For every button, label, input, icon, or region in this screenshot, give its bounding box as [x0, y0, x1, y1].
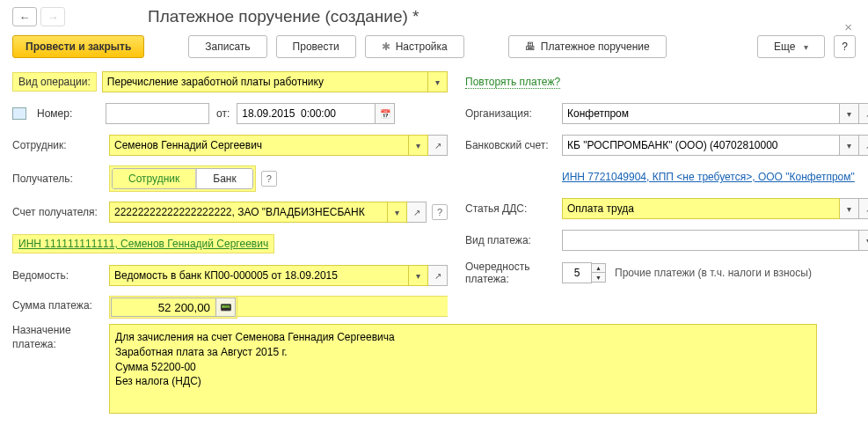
recipient-label: Получатель:: [12, 173, 109, 185]
save-button[interactable]: Записать: [188, 35, 266, 58]
chevron-down-icon: [416, 140, 420, 151]
employee-inn-link[interactable]: ИНН 111111111111, Семенов Геннадий Серге…: [18, 238, 268, 251]
org-label: Организация:: [465, 107, 562, 120]
from-label: от:: [216, 107, 230, 120]
chevron-down-icon: [435, 77, 440, 87]
recip-account-dropdown-button[interactable]: [388, 202, 407, 223]
statement-label: Ведомость:: [12, 269, 109, 282]
org-dropdown-button[interactable]: [840, 103, 859, 124]
recip-account-input[interactable]: [109, 202, 388, 223]
statement-input[interactable]: [109, 265, 409, 286]
number-label: Номер:: [37, 107, 106, 120]
employee-dropdown-button[interactable]: [409, 135, 428, 156]
purpose-textarea[interactable]: [109, 324, 817, 414]
operation-label: Вид операции:: [18, 76, 91, 88]
close-icon[interactable]: ×: [844, 19, 852, 34]
toolbar: Провести и закрыть Записать Провести Нас…: [12, 35, 856, 58]
post-button[interactable]: Провести: [276, 35, 356, 58]
recipient-help-button[interactable]: ?: [261, 171, 277, 187]
dds-open-button[interactable]: [859, 198, 868, 219]
amount-input[interactable]: [111, 297, 216, 317]
gear-icon: [382, 40, 390, 53]
post-and-close-button[interactable]: Провести и закрыть: [12, 35, 144, 58]
queue-spin-up[interactable]: ▲: [592, 263, 606, 273]
amount-label: Сумма платежа:: [12, 296, 109, 319]
bank-acc-open-button[interactable]: [859, 135, 868, 156]
queue-note: Прочие платежи (в т.ч. налоги и взносы): [615, 267, 812, 279]
open-icon: [865, 108, 869, 119]
chevron-down-icon: [800, 40, 808, 53]
chevron-down-icon: [395, 207, 399, 217]
page-title: Платежное поручение (создание) *: [148, 7, 419, 26]
bank-acc-input[interactable]: [562, 135, 840, 156]
calculator-button[interactable]: 📟: [216, 297, 236, 317]
more-button[interactable]: Еще: [757, 35, 825, 58]
purpose-label: Назначение платежа:: [12, 324, 109, 351]
operation-dropdown-button[interactable]: [428, 71, 448, 92]
date-input[interactable]: [237, 103, 376, 124]
open-icon: [434, 140, 441, 151]
amount-highlight-bar: [237, 296, 448, 317]
nav-forward-button[interactable]: →: [40, 7, 65, 26]
queue-spinner: ▲ ▼: [592, 263, 606, 283]
calendar-icon: [380, 108, 390, 119]
chevron-down-icon: [416, 270, 420, 281]
org-input[interactable]: [562, 103, 840, 124]
queue-input[interactable]: [562, 262, 592, 283]
document-icon: [12, 107, 26, 120]
chevron-down-icon: [847, 108, 851, 119]
bank-acc-dropdown-button[interactable]: [840, 135, 859, 156]
counterparty-link[interactable]: ИНН 7721049904, КПП <не требуется>, ООО …: [562, 171, 855, 183]
open-icon: [865, 203, 869, 214]
queue-label: Очередность платежа:: [465, 261, 562, 286]
open-icon: [413, 207, 420, 217]
employee-open-button[interactable]: [428, 135, 448, 156]
print-icon: [525, 40, 536, 53]
chevron-down-icon: [847, 203, 851, 214]
print-button[interactable]: Платежное поручение: [508, 35, 667, 58]
statement-dropdown-button[interactable]: [409, 265, 428, 286]
queue-spin-down[interactable]: ▼: [592, 273, 606, 283]
chevron-down-icon: [847, 140, 851, 151]
recip-account-help-button[interactable]: ?: [432, 204, 448, 220]
employee-label: Сотрудник:: [12, 139, 109, 151]
dds-label: Статья ДДС:: [465, 202, 562, 215]
open-icon: [865, 140, 869, 151]
repeat-payment-link[interactable]: Повторять платеж?: [465, 76, 560, 89]
dds-dropdown-button[interactable]: [840, 198, 859, 219]
org-open-button[interactable]: [859, 103, 868, 124]
statement-open-button[interactable]: [428, 265, 448, 286]
dds-input[interactable]: [562, 198, 840, 219]
recip-account-open-button[interactable]: [407, 202, 427, 223]
operation-select[interactable]: [102, 71, 428, 92]
nav-back-button[interactable]: ←: [12, 7, 37, 26]
recip-account-label: Счет получателя:: [12, 206, 109, 218]
settings-button[interactable]: Настройка: [365, 35, 464, 58]
employee-input[interactable]: [109, 135, 409, 156]
bank-acc-label: Банковский счет:: [465, 139, 562, 151]
recipient-toggle-bank[interactable]: Банк: [196, 169, 252, 188]
recipient-toggle: Сотрудник Банк: [112, 168, 253, 189]
recipient-toggle-employee[interactable]: Сотрудник: [113, 169, 196, 188]
help-button[interactable]: ?: [834, 35, 856, 58]
date-picker-button[interactable]: [376, 103, 395, 124]
number-input[interactable]: [106, 103, 209, 124]
pay-type-dropdown-button[interactable]: [859, 230, 868, 251]
open-icon: [434, 270, 441, 281]
pay-type-label: Вид платежа:: [465, 234, 562, 246]
pay-type-input[interactable]: [562, 230, 859, 251]
